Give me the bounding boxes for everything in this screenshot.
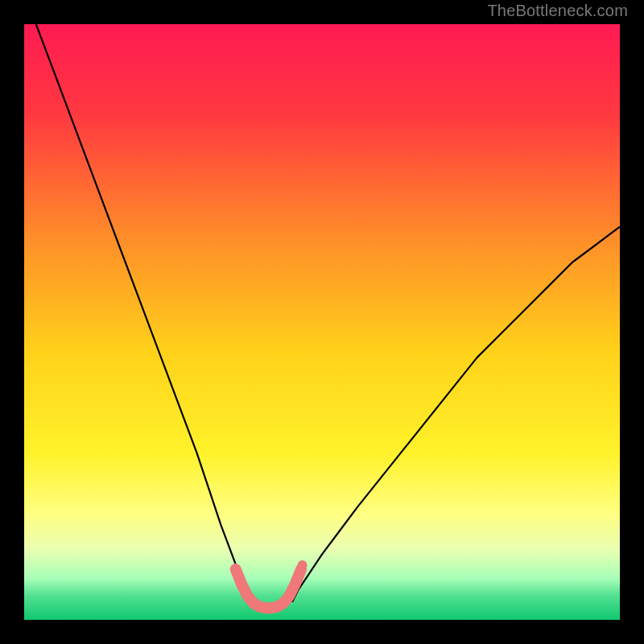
series-left-branch xyxy=(36,24,250,602)
series-right-branch xyxy=(292,227,620,602)
highlight-dot-upper xyxy=(298,560,308,570)
chart-curves xyxy=(24,24,620,620)
series-highlight-segment xyxy=(236,569,301,608)
chart-frame: TheBottleneck.com xyxy=(0,0,644,644)
watermark-label: TheBottleneck.com xyxy=(487,2,628,20)
plot-area xyxy=(24,24,620,620)
